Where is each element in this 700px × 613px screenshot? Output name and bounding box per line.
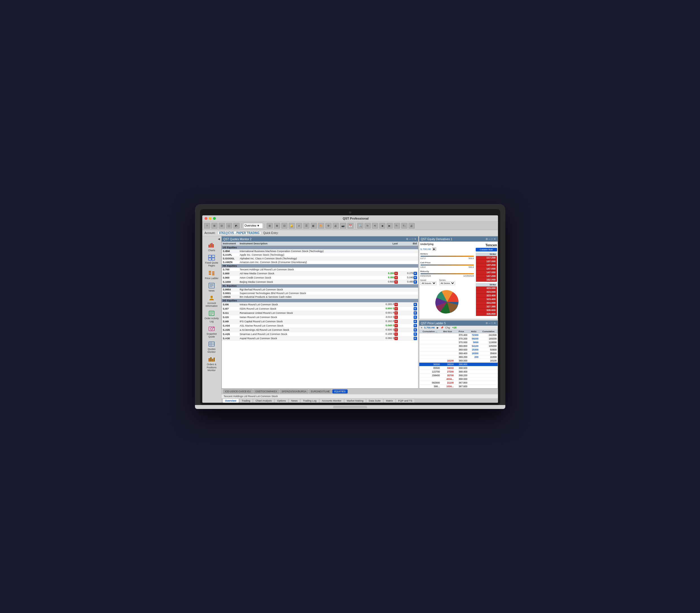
table-row[interactable]: S.I11Renaissance United Round Lot Common… — [222, 311, 418, 315]
help-button[interactable]: ? — [204, 223, 210, 229]
strike-price-item[interactable]: 137.200 — [476, 263, 497, 267]
issuer-select[interactable]: All Issues — [420, 282, 436, 285]
sidebar-item-snapshot-quote[interactable]: Snapshot Quote — [203, 325, 220, 339]
toolbar-btn-14[interactable]: 🖨 — [333, 223, 339, 229]
strike-price-item[interactable]: 323.400 — [476, 298, 497, 301]
pl-close-btn[interactable]: ✕ — [494, 322, 496, 325]
strikes-track[interactable] — [420, 256, 474, 257]
sell-badge[interactable]: S — [394, 332, 398, 336]
eq-min-btn[interactable]: ─ — [489, 238, 490, 240]
buy-badge[interactable]: B — [414, 315, 417, 319]
pl-row[interactable]: 15840035700368.200 — [419, 374, 498, 377]
eq-close-btn[interactable]: ✕ — [494, 238, 496, 240]
strike-price-item[interactable]: 323.000 — [476, 290, 497, 294]
buy-badge[interactable]: B — [414, 272, 417, 275]
sidebar-item-orders-positions[interactable]: Orders & Positions Monitor — [203, 355, 220, 373]
table-row[interactable]: S.I49IFS Capital Round Lot Common Stock0… — [222, 319, 418, 324]
toolbar-btn-15[interactable]: 📷 — [340, 223, 346, 229]
table-row[interactable]: S.A05a AVJennings A$ Round Lot Common St… — [222, 328, 418, 332]
sidebar-item-order-activity-log[interactable]: Order Activity Log — [203, 309, 220, 324]
toolbar-btn-11[interactable]: ◧ — [311, 223, 317, 229]
toolbar-btn-22[interactable]: T↑ — [394, 223, 400, 229]
pl-row[interactable]: 369.80054100105000 — [419, 344, 498, 348]
sidebar-item-quotes-monitor[interactable]: Quotes Monitor — [203, 340, 220, 354]
table-row[interactable]: S.IBMInternational Business Machines Cor… — [222, 249, 418, 253]
layout-btn-3[interactable]: ◫ — [226, 223, 232, 229]
panel-min-btn[interactable]: ─ — [409, 238, 411, 240]
pl-row[interactable]: 16100369.00016100 — [419, 359, 498, 363]
sidebar-item-charts[interactable]: Charts — [203, 241, 220, 253]
view-tab[interactable]: Overview — [223, 399, 239, 403]
sell-badge[interactable]: S — [394, 303, 398, 306]
sell-badge[interactable]: S — [394, 328, 398, 331]
buy-badge[interactable]: B — [414, 276, 417, 279]
minimize-button[interactable] — [209, 217, 212, 220]
toolbar-btn-8[interactable]: 🔔 — [289, 223, 295, 229]
panel-settings-btn[interactable]: ⚙ — [406, 238, 408, 240]
exchange-tab[interactable]: EQUITIES — [332, 390, 347, 393]
table-row[interactable]: S.9954Rgt Berhad Round Lot Common Stock — [222, 288, 418, 291]
view-tab[interactable]: Data Suite — [366, 399, 383, 403]
call-price-track[interactable] — [420, 264, 474, 265]
table-row[interactable]: S.A30Aspial Round Lot Common Stock0.080 … — [222, 336, 418, 341]
table-row[interactable]: S.800A8 New Media Common Stock0.280S0.27… — [222, 272, 418, 276]
pl-row[interactable]: 9550059000368.600 — [419, 366, 498, 370]
pl-min-btn[interactable]: ─ — [489, 322, 490, 325]
toolbar-btn-7[interactable]: ⊡ — [281, 223, 288, 229]
table-row[interactable]: S.I06Intraco Round Lot Common Stock0.285… — [222, 302, 418, 307]
table-row[interactable]: S.I07ISDN Round Lot Common Stock0.500 SS… — [222, 307, 418, 311]
view-tab[interactable]: Market Making — [344, 399, 366, 403]
table-row[interactable]: S.I15Isetan Round Lot Common Stock3.010 … — [222, 315, 418, 319]
toolbar-btn-17[interactable]: 🔍 — [357, 223, 364, 229]
strike-price-item[interactable]: 328.800 — [476, 312, 497, 316]
table-row[interactable]: I.0002IBm Industrial Products & Services… — [222, 295, 418, 299]
sell-badge[interactable]: S — [394, 311, 398, 315]
view-tab[interactable]: Options — [275, 399, 288, 403]
callable-bull-button[interactable]: Callable Bull/ — [476, 248, 497, 251]
pl-max-btn[interactable]: □ — [491, 322, 493, 325]
table-row[interactable]: S.GOOGLAlphabet Inc. Class A Common Stoc… — [222, 257, 418, 261]
panel-max-btn[interactable]: □ — [412, 238, 413, 240]
pl-row[interactable]: 370.20059200169200 — [419, 337, 498, 341]
toolbar-btn-12[interactable]: 🎨 — [318, 223, 324, 229]
exchange-tab[interactable]: EURONEXT/LME — [309, 390, 332, 393]
table-row[interactable]: S.1000Beijing Media Common Stock0.600S0.… — [222, 280, 418, 284]
pl-row[interactable]: 369.20020016300 — [419, 355, 498, 359]
toolbar-btn-24[interactable]: 🖨 — [409, 223, 415, 229]
sell-badge[interactable]: S — [394, 280, 398, 284]
strike-price-item[interactable]: 147.000 — [476, 267, 497, 271]
layout-btn-4[interactable]: ◩ — [233, 223, 239, 229]
sidebar-item-account-info[interactable]: Account Information — [203, 294, 220, 309]
strike-price-item[interactable]: 328.600 — [476, 309, 497, 312]
buy-badge[interactable]: B — [414, 311, 417, 315]
table-row[interactable]: S.AAPLApple Inc. Common Stock (Technolog… — [222, 253, 418, 257]
view-tab[interactable]: Chart Analysis — [253, 399, 275, 403]
view-tab[interactable]: Trading Log — [301, 399, 319, 403]
view-tab[interactable]: Matrix — [383, 399, 396, 403]
table-row[interactable]: S.900Aeon Credit Common Stock5.050S5.040… — [222, 276, 418, 280]
toolbar-btn-13[interactable]: ⚙ — [325, 223, 331, 229]
pl-pin-btn[interactable]: 📌 — [440, 326, 444, 329]
exchange-tab[interactable]: ICE-US/ICE-CA/ICE-EU — [223, 390, 253, 393]
sidebar-item-fixed-quote-pages[interactable]: Fixed Quote Pages — [203, 253, 220, 268]
toolbar-btn-18[interactable]: ↻ — [365, 223, 371, 229]
sell-badge[interactable]: S — [394, 272, 398, 275]
view-tab[interactable]: Accounts Monitor — [319, 399, 344, 403]
sell-badge[interactable]: S — [394, 337, 398, 340]
toolbar-btn-19[interactable]: ⟲ — [372, 223, 378, 229]
toolbar-btn-5[interactable]: ⊞ — [267, 223, 273, 229]
sell-badge[interactable]: S — [394, 315, 398, 319]
pl-row[interactable]: 370.0005000110000 — [419, 341, 498, 344]
exchange-tab[interactable]: SFE/NZX/SGX/BURSA — [280, 390, 308, 393]
buy-badge[interactable]: B — [414, 328, 417, 331]
maturity-track[interactable] — [420, 273, 474, 274]
pl-row[interactable]: 4034...368.000 — [419, 377, 498, 381]
view-tab[interactable]: FQP and TS — [396, 399, 415, 403]
buy-badge[interactable]: B — [414, 324, 417, 327]
table-row[interactable]: S.A04ASL Marine Round Lot Common Stock0.… — [222, 324, 418, 328]
close-button[interactable] — [204, 217, 207, 220]
toolbar-btn-16[interactable]: 📅 — [347, 223, 354, 229]
eq-max-btn[interactable]: □ — [491, 238, 493, 240]
sidebar-item-news[interactable]: News — [203, 282, 220, 293]
sell-badge[interactable]: S — [394, 320, 398, 323]
